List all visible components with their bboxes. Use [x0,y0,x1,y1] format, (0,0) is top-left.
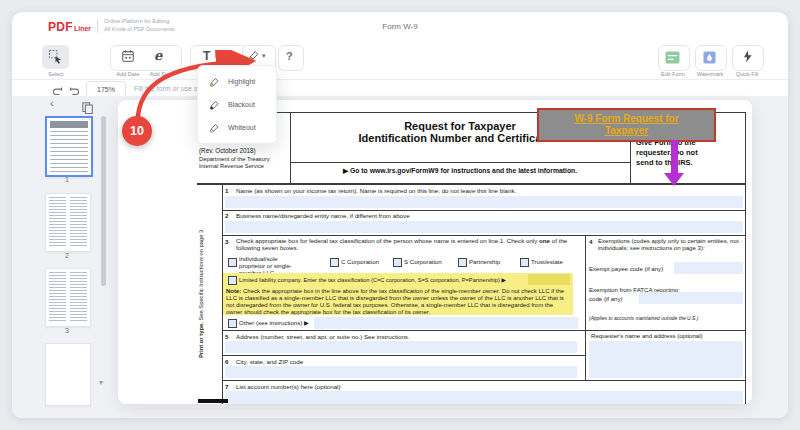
checkbox-c-corporation[interactable] [330,258,339,267]
logo-tagline: Online Platform for Editing All Kinds of… [104,18,175,33]
logo-liner: Liner [74,25,91,32]
form-border [290,112,291,183]
form-border [222,355,585,356]
note-text: Check the appropriate box in the line ab… [226,288,564,315]
checkbox-trust-estate[interactable] [520,258,529,267]
menu-item-whiteout-label: Whiteout [228,124,256,131]
row6-number: 6 [225,358,228,365]
highlighter-white-icon [208,122,220,134]
account-numbers-field[interactable] [225,391,743,404]
checkbox-other[interactable] [228,319,237,328]
llc-label: Limited liability company. Enter the tax… [239,277,506,283]
address-field[interactable] [225,341,577,353]
row5-number: 5 [225,333,228,340]
row2-number: 2 [225,212,228,219]
select-cursor-icon [48,49,63,64]
checkbox-s-corporation[interactable] [393,258,402,267]
note-paragraph: Note: Check the appropriate box in the l… [226,288,570,316]
other-field[interactable] [314,317,578,329]
menu-item-whiteout[interactable]: Whiteout [198,116,276,139]
form-border [290,162,630,163]
page-number-1: 1 [45,176,89,183]
row3-text-bold: one [539,237,550,244]
page-thumbnail-4[interactable] [45,343,91,406]
w9-revision: (Rev. October 2018) [199,147,256,154]
sidebar-scrollbar[interactable] [101,116,106,286]
checkbox-partnership[interactable] [458,258,467,267]
screen: PDFLiner Online Platform for Editing All… [0,0,800,430]
app-window: PDFLiner Online Platform for Editing All… [12,12,788,418]
checkbox-partnership-label: Partnership [469,258,500,265]
logo-text: PDFLiner [48,17,91,35]
give-form-line2: requester. Do not [636,148,698,157]
fatca-code-field[interactable] [639,292,743,304]
scroll-down-icon[interactable]: ▾ [99,378,103,387]
w9-department-1: Department of the Treasury [199,156,270,162]
row6-label: City, state, and ZIP code [236,358,303,365]
exempt-payee-label: Exempt payee code (if any) [589,265,663,272]
form-border [222,235,745,236]
city-state-zip-field[interactable] [225,366,577,378]
form-border [222,210,745,211]
tagline-line1: Online Platform for Editing [104,18,169,24]
form-border [197,183,745,185]
annotation-line1: W-9 Form Request for [574,113,678,126]
watermark-button[interactable] [703,50,716,68]
thumb2-col-right [70,197,87,248]
row2-label: Business name/disregarded entity name, i… [236,212,410,219]
menu-item-highlight-label: Highlight [228,78,255,85]
requester-label: Requester's name and address (optional) [591,332,703,339]
page-number-3: 3 [45,327,89,334]
tutorial-step-badge: 10 [122,116,152,146]
watermark-icon [703,51,716,64]
business-name-field[interactable] [225,221,743,233]
logo-divider [97,19,98,33]
menu-item-highlight[interactable]: Highlight [198,70,276,93]
logo-pdf: PDF [48,20,73,34]
page-thumbnail-3[interactable] [45,268,91,327]
edit-form-label: Edit Form [657,71,689,77]
chevron-down-icon: ▾ [262,52,266,60]
highlighter-yellow-icon [208,76,220,88]
pages-icon [82,102,94,114]
collapse-sidebar-button[interactable]: ‹ [50,97,54,109]
pdfliner-logo[interactable]: PDFLiner Online Platform for Editing All… [48,17,175,35]
row3-number: 3 [225,238,228,245]
page-thumbnail-2[interactable] [45,193,91,252]
edit-form-button[interactable] [665,50,680,68]
purple-arrow-shaft[interactable] [671,140,678,174]
exempt-payee-field[interactable] [674,262,743,274]
text-annotation[interactable]: W-9 Form Request for Taxpayer [537,108,716,142]
requester-field[interactable] [589,341,743,378]
quick-fill-button[interactable] [741,49,753,68]
page-number-2: 2 [45,252,89,259]
row5-label: Address (number, street, and apt. or sui… [236,333,410,340]
chevron-left-icon: ‹ [50,97,54,109]
select-tool-label: Select [40,71,72,77]
vertical-label-bold: Print or type. [198,322,204,358]
vertical-label-rest: See Specific Instructions on page 3. [198,228,204,322]
checkbox-s-corporation-label: S Corporation [404,258,442,265]
page-thumbnail-1[interactable] [45,116,93,177]
purple-arrow-head[interactable] [664,173,684,186]
select-tool-button[interactable] [48,49,63,68]
name-field[interactable] [225,196,743,208]
thumb1-header [50,121,88,128]
quick-fill-label: Quick Fill [730,71,764,77]
zoom-level-value: 175% [97,86,115,93]
annotation-line2: Taxpayer [605,125,648,138]
checkbox-individual[interactable] [228,258,237,267]
checkbox-llc[interactable] [228,276,237,285]
llc-classification-field[interactable] [528,274,570,285]
help-icon: ? [286,50,293,62]
row1-number: 1 [225,187,228,194]
edit-form-icon [665,51,680,64]
row3-label: Check appropriate box for federal tax cl… [236,238,580,252]
give-form-line3: send to the IRS. [636,158,693,167]
checkbox-c-corporation-label: C Corporation [341,258,379,265]
row7-number: 7 [225,383,228,390]
menu-item-blackout-label: Blackout [228,101,255,108]
help-button[interactable]: ? [286,50,293,62]
form-border [222,330,745,331]
menu-item-blackout[interactable]: Blackout [198,93,276,116]
